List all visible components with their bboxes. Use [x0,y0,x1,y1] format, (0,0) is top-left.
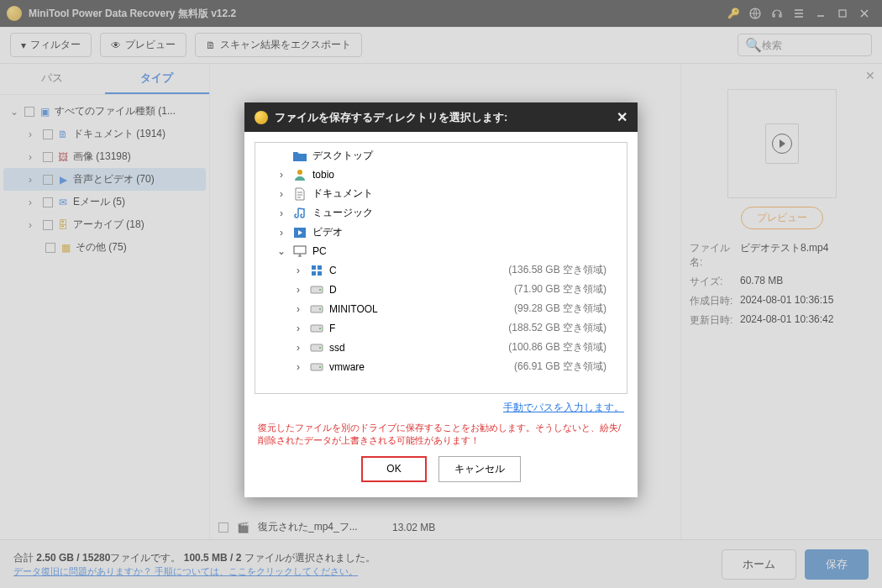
manual-path-link[interactable]: 手動でパスを入力します。 [258,401,624,415]
folder-row[interactable]: ⌄PC [255,242,627,260]
save-directory-dialog: ファイルを保存するディレクトリを選択します: ✕ デスクトップ›tobio›ドキ… [244,102,638,497]
chevron-icon: › [292,303,304,315]
drive-icon [309,322,324,335]
svg-rect-5 [312,265,316,270]
chevron-icon: › [292,342,304,354]
folder-label: C [329,265,337,276]
dialog-close-button[interactable]: ✕ [617,109,627,125]
folder-label: tobio [312,169,334,181]
svg-point-18 [319,366,321,368]
folder-row[interactable]: ›ミュージック [255,203,627,223]
folder-label: PC [312,245,327,257]
folder-tree[interactable]: デスクトップ›tobio›ドキュメント›ミュージック›ビデオ⌄PC›C(136.… [255,142,627,394]
folder-label: ビデオ [312,225,343,239]
chevron-icon: › [292,361,304,373]
folder-row[interactable]: ›D(71.90 GB 空き領域) [255,280,627,299]
free-space: (99.28 GB 空き領域) [514,302,620,316]
svg-rect-6 [318,265,322,270]
folder-label: ミュージック [312,206,373,220]
folder-blue-icon [292,150,307,163]
svg-point-16 [319,347,321,349]
svg-rect-8 [318,271,322,276]
svg-rect-4 [294,246,306,254]
folder-row[interactable]: ›tobio [255,165,627,184]
folder-row[interactable]: ›MINITOOL(99.28 GB 空き領域) [255,299,627,318]
folder-label: vmware [329,361,365,373]
svg-point-10 [319,289,321,291]
drive-icon [309,360,324,374]
dialog-logo-icon [255,111,268,124]
chevron-icon: › [276,207,287,219]
chevron-icon: › [276,169,287,181]
chevron-icon: › [292,323,304,334]
folder-label: D [329,284,337,296]
folder-row[interactable]: ›ssd(100.86 GB 空き領域) [255,338,627,357]
folder-label: ssd [329,342,345,354]
free-space: (136.58 GB 空き領域) [508,263,620,277]
drive-icon [309,341,324,354]
svg-point-12 [319,308,321,310]
drive-icon [309,302,324,316]
folder-label: ドキュメント [312,186,373,201]
folder-label: デスクトップ [312,149,373,163]
svg-point-2 [297,170,302,175]
svg-point-14 [319,328,321,329]
folder-row[interactable]: ›C(136.58 GB 空き領域) [255,260,627,280]
user-icon [292,168,307,181]
svg-rect-7 [312,271,316,276]
free-space: (71.90 GB 空き領域) [514,282,620,297]
dialog-title: ファイルを保存するディレクトリを選択します: [275,110,617,125]
dialog-titlebar: ファイルを保存するディレクトリを選択します: ✕ [244,102,638,132]
folder-row[interactable]: ›ビデオ [255,223,627,242]
folder-row[interactable]: ›F(188.52 GB 空き領域) [255,318,627,338]
ok-button[interactable]: OK [361,456,426,482]
music-icon [292,207,307,220]
folder-row[interactable]: ›ドキュメント [255,184,627,203]
folder-label: MINITOOL [329,303,378,315]
folder-label: F [329,323,335,334]
cancel-button[interactable]: キャンセル [438,456,521,482]
doc-icon [292,187,307,201]
chevron-icon: › [292,284,304,296]
free-space: (100.86 GB 空き領域) [508,340,620,354]
chevron-icon: › [276,188,287,200]
modal-overlay: ファイルを保存するディレクトリを選択します: ✕ デスクトップ›tobio›ドキ… [0,0,882,588]
folder-row[interactable]: ›vmware(66.91 GB 空き領域) [255,357,627,376]
free-space: (188.52 GB 空き領域) [508,321,620,335]
pc-icon [292,244,307,258]
folder-row[interactable]: デスクトップ [255,146,627,165]
video-icon [292,226,307,239]
chevron-icon: ⌄ [276,245,287,257]
chevron-icon: › [292,265,304,276]
chevron-icon: › [276,227,287,239]
free-space: (66.91 GB 空き領域) [514,360,620,374]
warning-text: 復元したファイルを別のドライブに保存することをお勧めします。そうしないと、紛失/… [258,422,624,448]
win-icon [309,264,324,277]
drive-icon [309,283,324,297]
